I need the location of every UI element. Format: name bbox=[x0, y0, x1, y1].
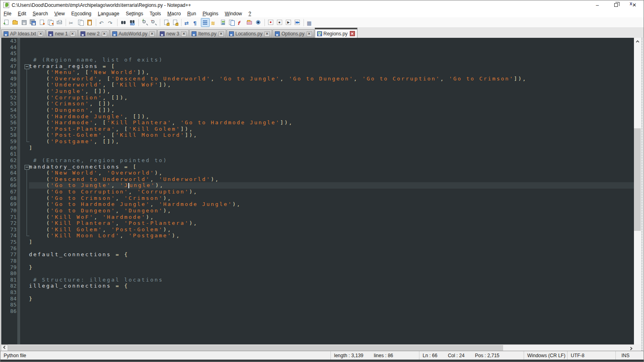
code-line[interactable]: 63mandatory_connections = [ bbox=[1, 164, 634, 170]
scroll-right-button[interactable] bbox=[627, 345, 634, 351]
code-line[interactable]: 77default_connections = { bbox=[1, 251, 634, 258]
code-line[interactable]: 59 ('Postgame', []), bbox=[1, 138, 634, 145]
vertical-scroll-thumb[interactable] bbox=[634, 128, 641, 231]
line-number[interactable]: 86 bbox=[1, 308, 17, 315]
code-line[interactable]: 47terraria_regions = [ bbox=[1, 63, 634, 70]
macro-save-icon[interactable]: ▦ bbox=[305, 18, 314, 27]
tab-new-3[interactable]: new 3✕ bbox=[157, 29, 189, 38]
status-eol-format[interactable]: Windows (CR LF) bbox=[524, 351, 567, 360]
monitoring-icon[interactable] bbox=[254, 18, 263, 27]
tab-regions-py[interactable]: Regions.py✕ bbox=[315, 28, 357, 38]
code-line[interactable]: 81 # Structure: illegal locations bbox=[1, 277, 634, 283]
line-number[interactable]: 75 bbox=[1, 239, 17, 245]
code-line[interactable]: 71 ('Kill WoF', 'Hardmode'), bbox=[1, 214, 634, 220]
menu-plugins[interactable]: Plugins bbox=[199, 10, 221, 17]
cut-icon[interactable]: ✂ bbox=[68, 18, 76, 27]
close-all-icon[interactable]: ● bbox=[46, 18, 55, 27]
horizontal-scroll-thumb[interactable] bbox=[8, 345, 503, 351]
line-number[interactable]: 57 bbox=[1, 126, 17, 132]
replace-icon[interactable]: ab bbox=[128, 18, 137, 27]
code-line[interactable]: 46 # (Region name, list of exits) bbox=[1, 57, 634, 63]
line-number[interactable]: 69 bbox=[1, 201, 17, 208]
show-all-characters-icon[interactable]: ¶ bbox=[192, 18, 201, 27]
code-line[interactable]: 43 bbox=[1, 38, 634, 44]
print-icon[interactable] bbox=[55, 18, 64, 27]
open-file-icon[interactable] bbox=[11, 18, 20, 27]
code-line[interactable]: 61 bbox=[1, 151, 634, 157]
scroll-left-button[interactable] bbox=[1, 345, 8, 351]
close-button[interactable]: ✕ bbox=[625, 0, 644, 10]
code-line[interactable]: 54 ('Dungeon', []), bbox=[1, 107, 634, 113]
line-number[interactable]: 64 bbox=[1, 170, 17, 176]
code-line[interactable]: 74 ('Kill Moon Lord', 'Postgame'), bbox=[1, 232, 634, 239]
line-number[interactable]: 46 bbox=[1, 57, 17, 63]
line-number[interactable]: 54 bbox=[1, 107, 17, 113]
line-number[interactable]: 85 bbox=[1, 302, 17, 308]
code-line[interactable]: 57 ('Post-Plantera', ['Kill Golem']), bbox=[1, 126, 634, 132]
folder-as-workspace-icon[interactable] bbox=[245, 18, 254, 27]
code-line[interactable]: 65 ('Descend to Underworld', 'Underworld… bbox=[1, 176, 634, 183]
show-indent-guide-icon[interactable] bbox=[201, 18, 210, 27]
tab-new-1[interactable]: new 1✕ bbox=[46, 29, 77, 38]
tab-close-icon[interactable]: ✕ bbox=[307, 31, 312, 37]
code-line[interactable]: 67 ('Go to Corruption', 'Corruption'), bbox=[1, 189, 634, 195]
line-number[interactable]: 80 bbox=[1, 270, 17, 277]
code-line[interactable]: 45 bbox=[1, 50, 634, 57]
save-all-icon[interactable] bbox=[29, 18, 37, 27]
code-line[interactable]: 58 ('Post-Golem', ['Kill Moon Lord']), bbox=[1, 132, 634, 138]
tab-locations-py[interactable]: Locations.py✕ bbox=[227, 29, 272, 38]
line-number[interactable]: 55 bbox=[1, 113, 17, 120]
code-line[interactable]: 55 ('Hardmode Jungle', []), bbox=[1, 113, 634, 120]
undo-icon[interactable]: ↶ bbox=[98, 18, 107, 27]
line-number[interactable]: 67 bbox=[1, 189, 17, 195]
code-line[interactable]: 82illegal_connections = { bbox=[1, 283, 634, 289]
line-number[interactable]: 60 bbox=[1, 145, 17, 151]
line-number[interactable]: 76 bbox=[1, 245, 17, 252]
line-number[interactable]: 53 bbox=[1, 101, 17, 107]
redo-icon[interactable]: ↷ bbox=[107, 18, 116, 27]
menu-file[interactable]: File bbox=[0, 10, 14, 17]
macro-stop-icon[interactable]: ■ bbox=[275, 18, 284, 27]
code-line[interactable]: 53 ('Crimson', []), bbox=[1, 101, 634, 107]
line-number[interactable]: 68 bbox=[1, 195, 17, 202]
status-insert-mode[interactable]: INS bbox=[615, 351, 644, 360]
line-number[interactable]: 59 bbox=[1, 138, 17, 145]
code-line[interactable]: 68 ('Go to Crimson', 'Crimson'), bbox=[1, 195, 634, 202]
line-number[interactable]: 78 bbox=[1, 258, 17, 264]
document-close-x[interactable]: x bbox=[630, 1, 632, 6]
tab-options-py[interactable]: Options.py✕ bbox=[272, 29, 314, 38]
tab-close-icon[interactable]: ✕ bbox=[38, 31, 43, 37]
macro-playback-icon[interactable]: ▶ bbox=[284, 18, 293, 27]
find-icon[interactable] bbox=[119, 18, 128, 27]
line-number[interactable]: 52 bbox=[1, 95, 17, 101]
code-line[interactable]: 80 bbox=[1, 270, 634, 277]
code-line[interactable]: 79} bbox=[1, 264, 634, 271]
code-line[interactable]: 75] bbox=[1, 239, 634, 245]
line-number[interactable]: 70 bbox=[1, 208, 17, 214]
code-line[interactable]: 83 bbox=[1, 289, 634, 296]
sync-horizontal-scroll-icon[interactable] bbox=[171, 18, 180, 27]
menu-view[interactable]: View bbox=[51, 10, 68, 17]
code-line[interactable]: 44 bbox=[1, 44, 634, 51]
document-list-icon[interactable] bbox=[227, 18, 236, 27]
line-number[interactable]: 79 bbox=[1, 264, 17, 271]
menu-macro[interactable]: Macro bbox=[164, 10, 184, 17]
line-number[interactable]: 84 bbox=[1, 296, 17, 302]
sync-vertical-scroll-icon[interactable] bbox=[162, 18, 171, 27]
code-line[interactable]: 48 ('Menu', ['New World']), bbox=[1, 69, 634, 76]
horizontal-scrollbar[interactable] bbox=[1, 344, 634, 351]
line-number[interactable]: 77 bbox=[1, 251, 17, 258]
function-list-icon[interactable]: f bbox=[236, 18, 245, 27]
line-number[interactable]: 65 bbox=[1, 176, 17, 183]
line-number[interactable]: 74 bbox=[1, 232, 17, 239]
minimize-button[interactable]: – bbox=[588, 0, 607, 10]
code-line[interactable]: 64 ('New World', 'Overworld'), bbox=[1, 170, 634, 176]
code-line[interactable]: 84} bbox=[1, 296, 634, 302]
menu-tools[interactable]: Tools bbox=[147, 10, 164, 17]
tab-close-icon[interactable]: ✕ bbox=[70, 31, 75, 37]
menu-?[interactable]: ? bbox=[245, 10, 254, 17]
line-number[interactable]: 72 bbox=[1, 220, 17, 226]
code-line[interactable]: 56 ('Hardmode', ['Kill Plantera', 'Go to… bbox=[1, 119, 634, 126]
menu-run[interactable]: Run bbox=[184, 10, 199, 17]
line-number[interactable]: 56 bbox=[1, 119, 17, 126]
